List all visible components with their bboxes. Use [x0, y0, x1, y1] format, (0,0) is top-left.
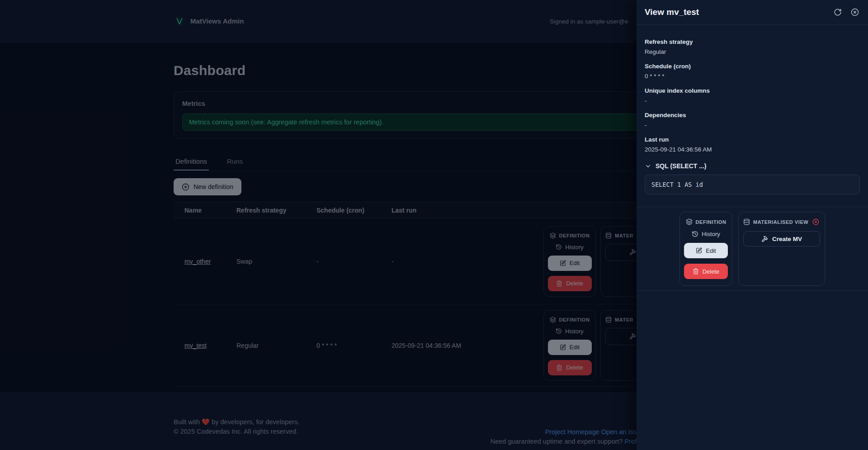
sql-section-toggle[interactable]: SQL (SELECT ...)	[645, 162, 860, 170]
delete-button[interactable]: Delete	[684, 264, 728, 279]
edit-icon	[696, 247, 702, 254]
refresh-icon	[834, 8, 842, 16]
layers-icon	[686, 218, 693, 225]
history-button[interactable]: History	[692, 231, 720, 237]
mv-missing-status-icon	[812, 218, 819, 225]
panel-action-cards: DEFINITION History Edit Delete	[637, 207, 868, 291]
chevron-down-icon	[645, 163, 651, 170]
field-last-run: Last run 2025-09-21 04:36:56 AM	[645, 136, 860, 153]
trash-icon	[693, 268, 699, 275]
panel-header: View mv_test	[637, 0, 868, 25]
field-unique-index-columns: Unique index columns -	[645, 87, 860, 104]
panel-title: View mv_test	[645, 7, 699, 17]
field-schedule-cron: Schedule (cron) 0 * * * *	[645, 63, 860, 80]
field-dependencies: Dependencies -	[645, 112, 860, 128]
definition-card-header: DEFINITION	[686, 217, 726, 225]
view-definition-panel: View mv_test Refresh strategy Regular Sc…	[637, 0, 868, 450]
panel-details: Refresh strategy Regular Schedule (cron)…	[637, 25, 868, 194]
definition-actions-card: DEFINITION History Edit Delete	[679, 212, 732, 286]
close-icon	[851, 8, 859, 16]
materialised-view-card: MATERIALISED VIEW Create MV	[738, 212, 825, 286]
materialised-card-header: MATERIALISED VIEW	[743, 217, 820, 225]
edit-button[interactable]: Edit	[684, 243, 728, 258]
hammer-icon	[761, 236, 768, 242]
refresh-button[interactable]	[833, 7, 843, 17]
app-root: MatViews Admin Signed in as sample-user@…	[0, 0, 868, 450]
create-mv-button[interactable]: Create MV	[743, 231, 820, 246]
close-button[interactable]	[850, 7, 860, 17]
database-icon	[743, 218, 750, 225]
history-icon	[692, 231, 698, 237]
field-refresh-strategy: Refresh strategy Regular	[645, 38, 860, 55]
sql-code-block: SELECT 1 AS id	[645, 175, 860, 194]
